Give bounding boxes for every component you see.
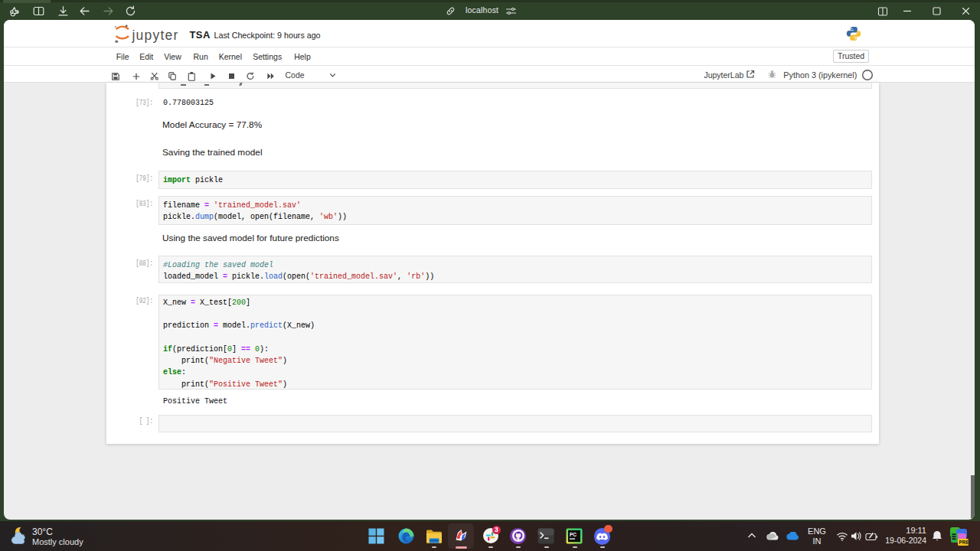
svg-text:PC: PC: [570, 532, 577, 537]
svg-text:PRE: PRE: [959, 540, 970, 545]
